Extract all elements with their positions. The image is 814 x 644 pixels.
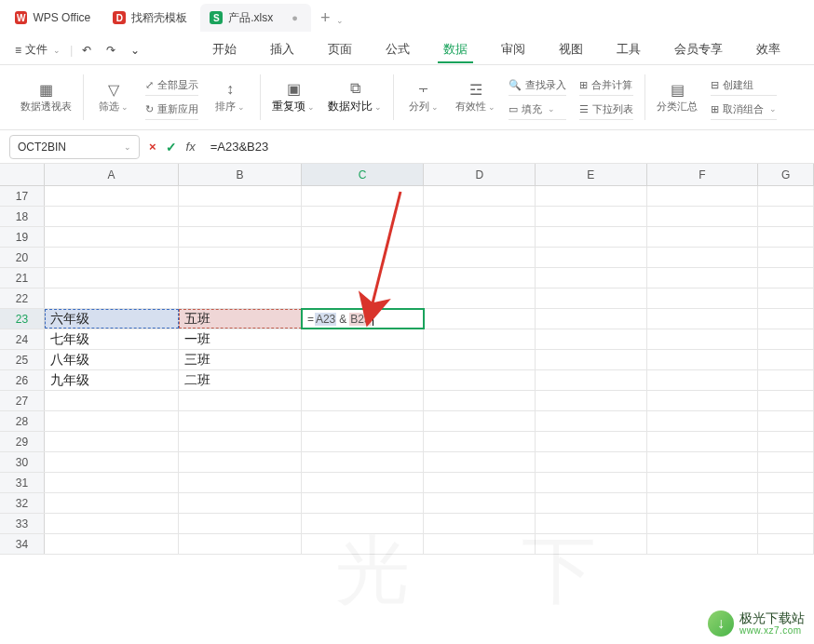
cell-B21[interactable]	[179, 268, 302, 288]
cell-D17[interactable]	[424, 186, 536, 206]
cell-A26[interactable]: 九年级	[45, 370, 180, 390]
name-box[interactable]: OCT2BIN ⌄	[9, 135, 140, 159]
cell-F23[interactable]	[647, 309, 759, 329]
undo-button[interactable]: ↶	[76, 40, 97, 60]
cell-D25[interactable]	[424, 350, 536, 369]
cell-F20[interactable]	[647, 248, 759, 267]
cell-F18[interactable]	[647, 207, 759, 226]
cell-B30[interactable]	[179, 452, 302, 472]
cell-G18[interactable]	[758, 207, 814, 226]
cell-D20[interactable]	[424, 248, 536, 267]
ungroup-button[interactable]: ⊞取消组合⌄	[711, 100, 777, 120]
cell-F28[interactable]	[647, 411, 759, 431]
merge-calc-button[interactable]: ⊞合并计算	[579, 75, 633, 96]
cell-B26[interactable]: 二班	[179, 370, 302, 390]
cell-D33[interactable]	[424, 514, 536, 533]
fill-button[interactable]: ▭填充⌄	[509, 100, 566, 120]
row-header-26[interactable]: 26	[0, 370, 45, 390]
cell-C25[interactable]	[302, 350, 425, 369]
row-header-19[interactable]: 19	[0, 227, 45, 247]
cell-E24[interactable]	[536, 329, 647, 349]
cell-E25[interactable]	[536, 350, 647, 369]
hamburger-button[interactable]: ≡ 文件 ⌄	[9, 38, 66, 61]
cell-C21[interactable]	[302, 268, 425, 288]
cell-F29[interactable]	[647, 432, 759, 451]
cell-C30[interactable]	[302, 452, 425, 472]
show-all-button[interactable]: ⤢全部显示	[145, 75, 198, 96]
menu-tools[interactable]: 工具	[611, 37, 646, 63]
menu-efficiency[interactable]: 效率	[751, 37, 786, 63]
cell-D32[interactable]	[424, 493, 536, 513]
menu-member[interactable]: 会员专享	[669, 37, 728, 63]
cell-B34[interactable]	[179, 534, 302, 554]
cell-A23[interactable]: 六年级	[45, 309, 180, 329]
dropdown-list-button[interactable]: ☰下拉列表	[579, 100, 633, 120]
row-header-18[interactable]: 18	[0, 207, 45, 226]
cell-D24[interactable]	[424, 329, 536, 349]
cell-A30[interactable]	[45, 452, 180, 472]
cell-B28[interactable]	[179, 411, 302, 431]
tab-wps-office[interactable]: W WPS Office	[6, 4, 103, 32]
row-header-27[interactable]: 27	[0, 391, 45, 410]
tab-product-xlsx[interactable]: S 产品.xlsx ●	[200, 4, 311, 32]
cell-A24[interactable]: 七年级	[45, 329, 180, 349]
cell-G19[interactable]	[758, 227, 814, 247]
cell-E21[interactable]	[536, 268, 647, 288]
cell-D28[interactable]	[424, 411, 536, 431]
row-header-34[interactable]: 34	[0, 534, 45, 554]
cell-B22[interactable]	[179, 288, 302, 308]
row-header-24[interactable]: 24	[0, 329, 45, 349]
redo-button[interactable]: ↷	[101, 40, 121, 60]
cell-F25[interactable]	[647, 350, 759, 369]
cell-A27[interactable]	[45, 391, 180, 410]
cancel-formula-button[interactable]: ×	[149, 140, 156, 154]
cell-B27[interactable]	[179, 391, 302, 410]
col-header-B[interactable]: B	[179, 164, 302, 185]
menu-review[interactable]: 审阅	[495, 37, 531, 63]
cell-E22[interactable]	[536, 288, 647, 308]
sort-button[interactable]: ↕ 排序⌄	[211, 81, 249, 114]
cell-G30[interactable]	[758, 452, 814, 472]
accept-formula-button[interactable]: ✓	[166, 140, 177, 154]
row-header-20[interactable]: 20	[0, 248, 45, 267]
filter-button[interactable]: ▽ 筛选⌄	[95, 81, 132, 114]
cell-E29[interactable]	[536, 432, 647, 451]
cell-G23[interactable]	[758, 309, 814, 329]
cell-D29[interactable]	[424, 432, 536, 451]
menu-page[interactable]: 页面	[322, 37, 358, 63]
cell-D22[interactable]	[424, 288, 536, 308]
cell-A28[interactable]	[45, 411, 180, 431]
cell-G29[interactable]	[758, 432, 814, 451]
reapply-button[interactable]: ↻重新应用	[145, 100, 198, 120]
cell-C29[interactable]	[302, 432, 425, 451]
cell-D23[interactable]	[424, 309, 536, 329]
cell-F19[interactable]	[647, 227, 759, 247]
duplicates-button[interactable]: ▣ 重复项⌄	[272, 80, 315, 114]
cell-B20[interactable]	[179, 248, 302, 267]
cell-D18[interactable]	[424, 207, 536, 226]
pivot-table-button[interactable]: ▦ 数据透视表	[20, 81, 72, 114]
menu-insert[interactable]: 插入	[265, 37, 300, 63]
cell-G32[interactable]	[758, 493, 814, 513]
cell-D21[interactable]	[424, 268, 536, 288]
cell-D27[interactable]	[424, 391, 536, 410]
select-all-corner[interactable]	[0, 164, 45, 185]
cell-F27[interactable]	[647, 391, 759, 410]
cell-C23[interactable]: =A23&B23	[302, 309, 425, 329]
data-compare-button[interactable]: ⧉ 数据对比⌄	[328, 80, 382, 114]
cell-D31[interactable]	[424, 473, 536, 492]
cell-G27[interactable]	[758, 391, 814, 410]
col-header-C[interactable]: C	[302, 164, 425, 185]
row-header-17[interactable]: 17	[0, 186, 45, 206]
cell-F31[interactable]	[647, 473, 759, 492]
cell-E30[interactable]	[536, 452, 647, 472]
cell-B19[interactable]	[179, 227, 302, 247]
cell-E27[interactable]	[536, 391, 647, 410]
cell-B33[interactable]	[179, 514, 302, 533]
cell-C24[interactable]	[302, 329, 425, 349]
cell-G25[interactable]	[758, 350, 814, 369]
cell-A20[interactable]	[45, 248, 180, 267]
cell-G22[interactable]	[758, 288, 814, 308]
cell-A29[interactable]	[45, 432, 180, 451]
subtotal-button[interactable]: ▤ 分类汇总	[657, 81, 698, 114]
